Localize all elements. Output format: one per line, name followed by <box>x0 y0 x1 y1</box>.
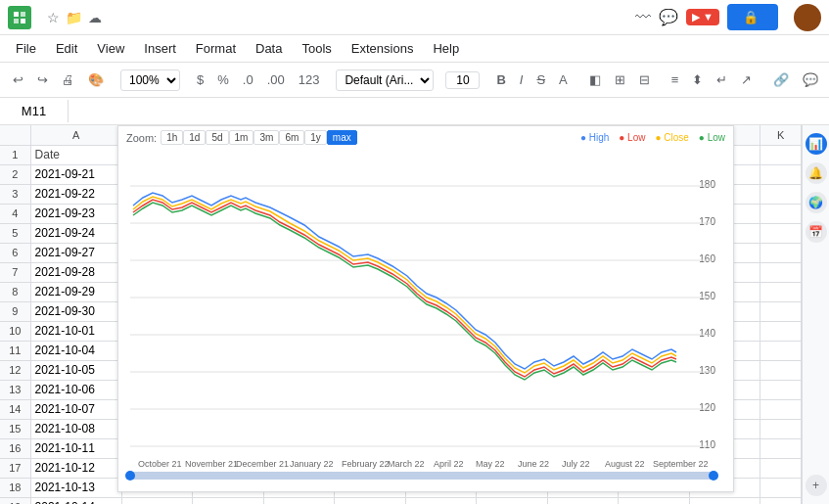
comment-button[interactable]: 💬 <box>798 69 823 90</box>
font-select[interactable]: Default (Ari...) <box>336 69 434 91</box>
zoom-1h[interactable]: 1h <box>161 130 183 145</box>
print-button[interactable]: 🖨 <box>57 69 79 90</box>
strikethrough-button[interactable]: S <box>531 69 550 90</box>
cell[interactable]: 2021-10-08 <box>30 419 121 438</box>
cell[interactable]: 2021-09-21 <box>30 164 121 184</box>
cell[interactable] <box>193 497 264 504</box>
range-left-handle[interactable] <box>125 471 135 481</box>
cell[interactable] <box>760 184 802 204</box>
cell[interactable] <box>760 458 802 478</box>
star-icon[interactable]: ☆ <box>47 10 60 25</box>
cell[interactable] <box>760 341 802 360</box>
cell[interactable]: 2021-09-30 <box>30 301 121 321</box>
cell[interactable]: 2021-09-22 <box>30 184 121 204</box>
cell[interactable]: 2021-10-05 <box>30 360 121 380</box>
chat-icon[interactable]: 💬 <box>659 8 678 26</box>
cloud-icon[interactable]: ☁ <box>88 10 102 25</box>
menu-insert[interactable]: Insert <box>136 39 184 58</box>
zoom-1y[interactable]: 1y <box>304 130 327 145</box>
cell[interactable] <box>760 380 802 399</box>
cell[interactable] <box>405 497 477 504</box>
cell[interactable] <box>760 204 802 223</box>
format-num-button[interactable]: 123 <box>294 69 325 90</box>
cell[interactable] <box>760 145 802 164</box>
cell[interactable]: 2021-10-01 <box>30 321 121 341</box>
menu-format[interactable]: Format <box>188 39 244 58</box>
currency-button[interactable]: $ <box>192 69 208 90</box>
undo-button[interactable]: ↩ <box>8 69 28 90</box>
right-panel-add-icon[interactable]: + <box>806 475 827 496</box>
cell[interactable]: 2021-10-14 <box>30 497 121 504</box>
cell[interactable] <box>760 282 802 301</box>
valign-button[interactable]: ⬍ <box>687 69 708 90</box>
redo-button[interactable]: ↪ <box>32 69 53 90</box>
cell[interactable] <box>760 301 802 321</box>
zoom-select[interactable]: 100% <box>120 69 180 91</box>
cell[interactable] <box>760 262 802 282</box>
menu-tools[interactable]: Tools <box>294 39 339 58</box>
merge-button[interactable]: ⊟ <box>634 69 655 90</box>
zoom-6m[interactable]: 6m <box>279 130 304 145</box>
right-panel-earth-icon[interactable]: 🌍 <box>806 192 827 213</box>
zoom-1m[interactable]: 1m <box>229 130 254 145</box>
text-color-button[interactable]: A <box>554 69 573 90</box>
menu-extensions[interactable]: Extensions <box>344 39 422 58</box>
font-size-input[interactable] <box>445 71 480 89</box>
folder-icon[interactable]: 📁 <box>66 10 82 25</box>
decimal-button[interactable]: .0 <box>238 69 258 90</box>
col-header-A[interactable]: A <box>30 125 121 145</box>
right-panel-bell-icon[interactable]: 🔔 <box>806 162 827 184</box>
align-button[interactable]: ≡ <box>667 69 684 90</box>
cell[interactable]: 2021-10-06 <box>30 380 121 399</box>
menu-file[interactable]: File <box>8 39 44 58</box>
cell[interactable]: 2021-09-23 <box>30 204 121 223</box>
link-button[interactable]: 🔗 <box>768 69 794 90</box>
cell[interactable] <box>689 497 760 504</box>
cell[interactable]: Date <box>30 145 121 164</box>
share-button[interactable]: 🔒 <box>727 4 778 30</box>
cell-ref[interactable]: M11 <box>0 100 69 122</box>
cell[interactable]: 2021-10-07 <box>30 399 121 419</box>
cell[interactable] <box>121 497 193 504</box>
menu-view[interactable]: View <box>89 39 132 58</box>
cell[interactable] <box>760 497 802 504</box>
cell[interactable] <box>619 497 690 504</box>
cell[interactable]: 2021-09-29 <box>30 282 121 301</box>
cell[interactable]: 2021-10-12 <box>30 458 121 478</box>
cell[interactable] <box>760 419 802 438</box>
zoom-5d[interactable]: 5d <box>206 130 228 145</box>
cell[interactable] <box>335 497 406 504</box>
cell[interactable] <box>760 438 802 458</box>
cell[interactable] <box>760 321 802 341</box>
cell[interactable] <box>760 399 802 419</box>
cell[interactable] <box>760 164 802 184</box>
paint-format-button[interactable]: 🎨 <box>83 69 109 90</box>
range-right-handle[interactable] <box>709 471 718 481</box>
cell[interactable] <box>760 478 802 497</box>
fill-color-button[interactable]: ◧ <box>584 69 606 90</box>
video-icon[interactable]: ▶ ▼ <box>686 9 719 25</box>
zoom-3m[interactable]: 3m <box>253 130 279 145</box>
cell[interactable] <box>547 497 619 504</box>
zoom-1d[interactable]: 1d <box>183 130 206 145</box>
right-panel-calendar-icon[interactable]: 📅 <box>806 221 827 243</box>
cell[interactable] <box>760 223 802 243</box>
cell[interactable] <box>477 497 548 504</box>
borders-button[interactable]: ⊞ <box>610 69 630 90</box>
italic-button[interactable]: I <box>515 69 529 90</box>
cell[interactable] <box>760 243 802 262</box>
cell[interactable]: 2021-10-04 <box>30 341 121 360</box>
zoom-max[interactable]: max <box>327 130 357 145</box>
cell[interactable] <box>263 497 335 504</box>
bold-button[interactable]: B <box>491 69 510 90</box>
cell[interactable]: 2021-10-11 <box>30 438 121 458</box>
cell[interactable] <box>760 360 802 380</box>
cell[interactable]: 2021-09-28 <box>30 262 121 282</box>
rotate-button[interactable]: ↗ <box>736 69 757 90</box>
col-header-K[interactable]: K <box>760 125 802 145</box>
menu-data[interactable]: Data <box>248 39 290 58</box>
menu-help[interactable]: Help <box>425 39 467 58</box>
avatar[interactable] <box>794 4 821 31</box>
cell[interactable]: 2021-10-13 <box>30 478 121 497</box>
formula-input[interactable] <box>69 100 829 122</box>
